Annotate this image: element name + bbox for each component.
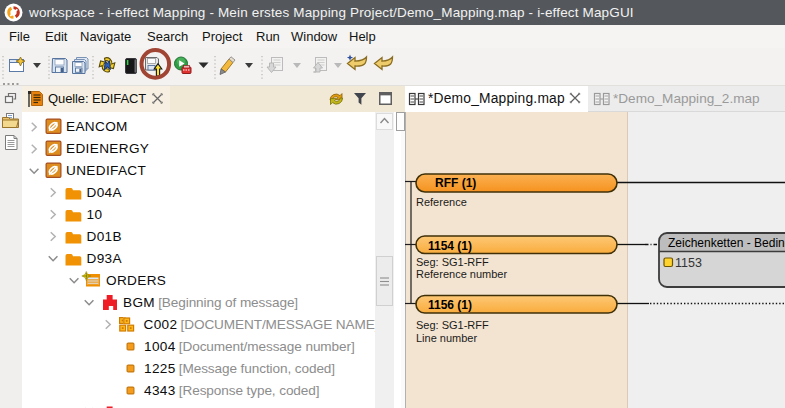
svg-text:1154 (1): 1154 (1): [428, 239, 472, 253]
svg-text:RFF (1): RFF (1): [435, 176, 476, 190]
svg-text:Zeichenketten - Beding: Zeichenketten - Beding: [668, 236, 785, 250]
svg-text:Line number: Line number: [416, 332, 477, 344]
svg-text:Reference number: Reference number: [416, 268, 507, 280]
svg-text:1156 (1): 1156 (1): [428, 298, 472, 312]
svg-text:Seg: SG1-RFF: Seg: SG1-RFF: [416, 256, 489, 268]
svg-text:1153: 1153: [675, 256, 702, 270]
svg-text:Reference: Reference: [416, 196, 467, 208]
svg-text:Seg: SG1-RFF: Seg: SG1-RFF: [416, 319, 489, 331]
